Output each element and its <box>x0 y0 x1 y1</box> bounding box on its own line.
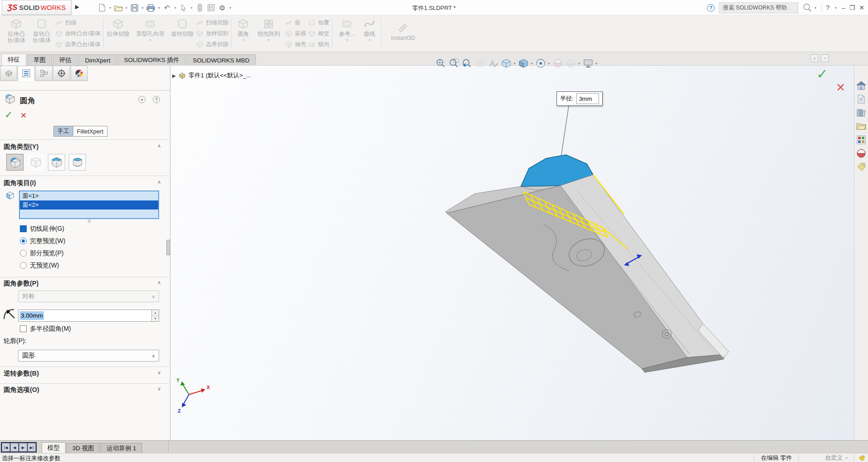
view-palette-icon[interactable] <box>856 135 866 145</box>
flyout-expand-icon[interactable]: ▶ <box>172 73 176 78</box>
undo-dropdown-icon[interactable]: ▾ <box>173 6 177 10</box>
help-badge-icon[interactable]: ? <box>707 4 715 12</box>
dropdown-icon[interactable]: ▾ <box>346 38 348 42</box>
ribbon-rib[interactable]: 筋 <box>285 18 306 28</box>
face-list-item-empty[interactable] <box>20 210 158 219</box>
custom-toolbar-selector[interactable]: 自定义∧ <box>825 454 848 462</box>
ribbon-loft[interactable]: 放样凸台/基体 <box>55 29 100 39</box>
file-properties-button[interactable] <box>206 2 216 14</box>
go-to-end-button[interactable]: ▶| <box>28 443 36 452</box>
tab-solidworks-mbd[interactable]: SOLIDWORKS MBD <box>187 54 256 66</box>
partial-preview-label[interactable]: 部分预览(P) <box>30 249 64 257</box>
dropdown-icon[interactable]: ▾ <box>242 38 244 42</box>
list-resize-handle[interactable] <box>88 219 91 223</box>
radius-callout-input[interactable]: 3mm <box>576 93 599 104</box>
section-view-button[interactable] <box>474 57 486 69</box>
symmetric-dropdown[interactable]: 对称 ∨ <box>18 291 159 302</box>
spin-down-icon[interactable]: ▼ <box>152 316 159 321</box>
file-explorer-icon[interactable] <box>856 121 866 131</box>
ribbon-fillet[interactable]: 圆角▾ <box>234 17 252 52</box>
tab-motion-study[interactable]: 运动算例 1 <box>101 443 142 453</box>
annotations-view-button[interactable]: A <box>487 57 499 69</box>
print-dropdown-icon[interactable]: ▾ <box>157 6 161 10</box>
tab-display-manager[interactable] <box>71 66 88 81</box>
ribbon-intersect[interactable]: 相交 <box>308 29 329 39</box>
flyout-feature-tree[interactable]: ▶ 零件1 (默认<<默认>_... <box>172 71 251 80</box>
radius-spinner[interactable]: ▲ ▼ <box>151 310 159 321</box>
tab-model[interactable]: 模型 <box>42 442 66 453</box>
ribbon-boundary-cut[interactable]: 边界切除 <box>196 39 228 50</box>
ribbon-sweep-cut[interactable]: 扫描切除 <box>196 18 228 28</box>
edit-appearance-button[interactable] <box>552 57 564 69</box>
profile-dropdown[interactable]: 圆形 ∨ <box>18 350 159 362</box>
undo-button[interactable]: ↶ <box>162 2 172 14</box>
minimize-button[interactable]: – <box>842 4 845 11</box>
panel-splitter-handle[interactable] <box>166 240 170 255</box>
ribbon-draft[interactable]: 拔模 <box>285 29 306 39</box>
ribbon-linear-pattern[interactable]: 线性阵列▾ <box>254 17 283 52</box>
solidworks-logo[interactable]: ƷS SOLID WORKS <box>2 0 71 15</box>
save-button[interactable] <box>129 2 140 14</box>
section-fillet-parameters[interactable]: 圆角参数(P) <box>4 279 38 288</box>
menu-expand-arrow-icon[interactable]: ▶ <box>75 4 79 10</box>
help-dropdown-icon[interactable]: ▾ <box>834 6 838 10</box>
section-items-to-fillet[interactable]: 圆角项目(I) <box>4 179 36 187</box>
open-dropdown-icon[interactable]: ▾ <box>124 6 128 10</box>
help-icon[interactable]: ? <box>153 96 160 103</box>
ribbon-shell[interactable]: 抽壳 <box>285 39 306 50</box>
help-menu-button[interactable]: ? <box>826 4 830 11</box>
save-dropdown-icon[interactable]: ▾ <box>141 6 145 10</box>
rebuild-button[interactable] <box>194 2 205 14</box>
zoom-area-button[interactable] <box>448 57 460 69</box>
select-dropdown-icon[interactable]: ▾ <box>189 6 193 10</box>
radius-callout[interactable]: 半径: 3mm <box>557 91 603 106</box>
type-constant-size-button[interactable] <box>6 154 24 171</box>
section-setback-parameters[interactable]: 逆转参数(B) <box>4 369 39 378</box>
play-button[interactable]: ▶ <box>19 443 27 452</box>
part-model[interactable] <box>425 86 750 389</box>
chevron-up-icon[interactable]: ∧ <box>157 280 161 286</box>
custom-properties-icon[interactable] <box>856 162 866 172</box>
hide-show-dropdown-icon[interactable]: ▾ <box>548 62 550 66</box>
options-dropdown-icon[interactable]: ▾ <box>228 6 232 10</box>
pm-ok-button[interactable]: ✓ <box>5 109 13 121</box>
mode-manual-button[interactable]: 手工 <box>54 126 73 136</box>
tab-evaluate[interactable]: 评估 <box>53 54 78 66</box>
type-full-round-button[interactable] <box>69 154 86 171</box>
ribbon-pin-icon[interactable]: ▪ <box>821 54 829 62</box>
tangent-propagation-checkbox[interactable] <box>20 225 27 232</box>
tab-solidworks-addins[interactable]: SOLIDWORKS 插件 <box>118 54 185 66</box>
tab-configuration-manager[interactable] <box>35 66 52 81</box>
ribbon-instant3d[interactable]: Instant3D <box>384 17 421 52</box>
search-dropdown-icon[interactable]: ▾ <box>813 6 817 10</box>
ribbon-wrap[interactable]: 包覆 <box>308 18 329 28</box>
hide-show-items-button[interactable] <box>535 57 547 69</box>
tab-dimxpert[interactable]: DimXpert <box>79 54 117 66</box>
fillet-items-list[interactable]: 面<1> 面<2> <box>19 191 159 219</box>
ribbon-loft-cut[interactable]: 放样切割 <box>196 29 228 39</box>
ribbon-collapse-icon[interactable]: ∧ <box>811 54 818 62</box>
home-icon[interactable] <box>856 81 866 90</box>
ribbon-hole-wizard[interactable]: 异型孔向导▾ <box>132 17 169 52</box>
ribbon-boundary-boss[interactable]: 边界凸台/基体 <box>55 39 100 50</box>
new-document-button[interactable] <box>97 2 107 14</box>
view-settings-button[interactable] <box>582 57 594 69</box>
restore-button[interactable]: ❐ <box>849 4 855 11</box>
keep-visible-pin-icon[interactable]: ▾ <box>138 96 146 103</box>
dropdown-icon[interactable]: ▾ <box>368 38 370 42</box>
display-style-button[interactable] <box>518 57 529 69</box>
radius-input[interactable]: 3.00mm ▲ ▼ <box>18 310 159 322</box>
select-button[interactable] <box>178 2 189 14</box>
tag-icon[interactable] <box>858 455 865 462</box>
zoom-fit-button[interactable] <box>435 57 447 69</box>
tangent-propagation-label[interactable]: 切线延伸(G) <box>30 225 64 233</box>
confirm-ok-icon[interactable]: ✓ <box>816 66 828 82</box>
chevron-down-icon[interactable]: ∨ <box>157 386 161 392</box>
new-dropdown-icon[interactable]: ▾ <box>108 6 112 10</box>
multi-radius-label[interactable]: 多半径圆角(M) <box>30 325 71 333</box>
view-settings-dropdown-icon[interactable]: ▾ <box>595 62 597 66</box>
confirm-cancel-icon[interactable]: ✕ <box>836 81 845 94</box>
print-button[interactable] <box>146 2 156 14</box>
ribbon-sweep[interactable]: 扫描 <box>55 18 100 28</box>
go-to-start-button[interactable]: |◀ <box>2 443 10 452</box>
